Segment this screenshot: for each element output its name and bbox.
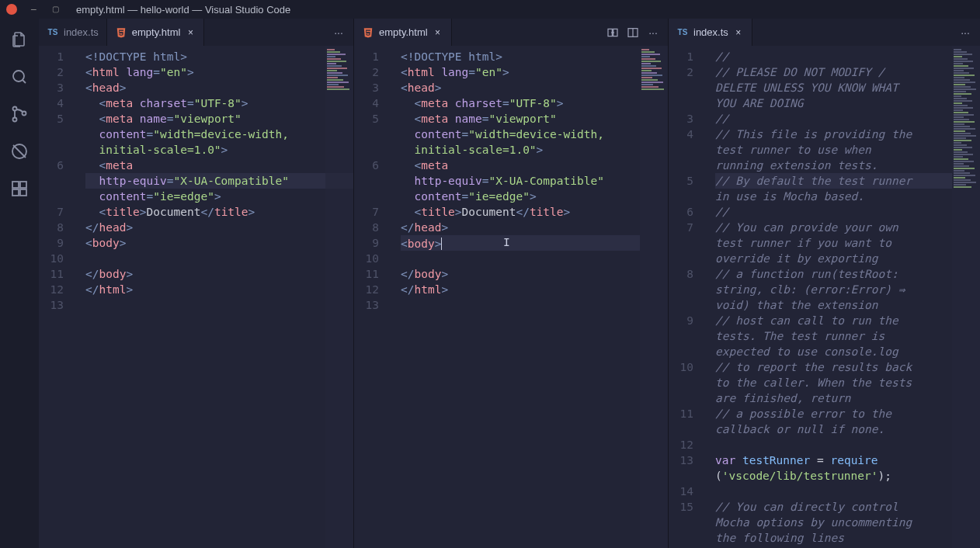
debug-icon[interactable]: [9, 141, 30, 161]
extensions-icon[interactable]: [9, 179, 30, 199]
code-line[interactable]: initial-scale=1.0">: [401, 142, 668, 158]
code-line[interactable]: <html lang="en">: [401, 64, 668, 80]
code-line[interactable]: content="ie=edge">: [401, 189, 668, 204]
code-line[interactable]: // You can provide your own: [715, 220, 980, 235]
code-line[interactable]: test runner if you want to: [715, 235, 980, 251]
code-line[interactable]: </body>: [85, 266, 353, 282]
split-editor-icon[interactable]: [626, 26, 640, 39]
code-line[interactable]: // By default the test runner: [715, 173, 952, 189]
code-line[interactable]: the following lines: [715, 530, 980, 546]
more-icon[interactable]: ···: [646, 26, 660, 39]
editor-body[interactable]: 123456789101112131415 //// PLEASE DO NOT…: [669, 46, 980, 548]
code-line[interactable]: <!DOCTYPE html>: [85, 49, 353, 64]
code-line[interactable]: content="width=device-width,: [85, 127, 353, 142]
line-number: 6: [354, 158, 379, 173]
minimap[interactable]: [325, 46, 353, 548]
code-line[interactable]: string, clb: (error:Error) ⇒: [715, 282, 980, 297]
code-line[interactable]: // a possible error to the: [715, 406, 980, 421]
search-icon[interactable]: [9, 67, 30, 87]
code-line[interactable]: </head>: [401, 220, 668, 235]
code-line[interactable]: //: [715, 204, 980, 220]
code-line[interactable]: <meta: [401, 158, 668, 173]
code-line[interactable]: Mocha options by uncommenting: [715, 515, 980, 530]
code-line[interactable]: <meta charset="UTF-8">: [85, 95, 353, 111]
code-line[interactable]: YOU ARE DOING: [715, 95, 980, 111]
code-line[interactable]: <body> I: [401, 235, 640, 251]
code-line[interactable]: initial-scale=1.0">: [85, 142, 353, 158]
code-line[interactable]: [715, 484, 980, 499]
line-number: [39, 173, 64, 189]
code-line[interactable]: // You can directly control: [715, 499, 980, 515]
minimap[interactable]: [952, 46, 980, 548]
code-line[interactable]: in use is Mocha based.: [715, 189, 980, 204]
code-line[interactable]: </body>: [401, 266, 668, 282]
code-line[interactable]: void) that the extension: [715, 297, 980, 313]
more-icon[interactable]: ···: [332, 26, 346, 39]
code-line[interactable]: // PLEASE DO NOT MODIFY /: [715, 64, 980, 80]
code-line[interactable]: // host can call to run the: [715, 313, 980, 328]
tab-index-ts[interactable]: TSindex.ts: [39, 19, 107, 46]
close-icon[interactable]: ×: [733, 27, 744, 38]
code-line[interactable]: //: [715, 49, 980, 64]
code-line[interactable]: // This file is providing the: [715, 127, 980, 142]
scm-icon[interactable]: [9, 104, 30, 124]
code-line[interactable]: [85, 251, 353, 266]
code-line[interactable]: </head>: [85, 220, 353, 235]
tab-empty-html[interactable]: empty.html×: [107, 19, 205, 46]
code-line[interactable]: tests. The test runner is: [715, 328, 980, 344]
code-line[interactable]: [401, 251, 668, 266]
code-line[interactable]: [401, 297, 668, 313]
line-number: 3: [354, 80, 379, 95]
code-line[interactable]: http-equiv="X-UA-Compatible": [401, 173, 668, 189]
code-line[interactable]: //: [715, 111, 980, 127]
code-line[interactable]: <body>: [85, 235, 353, 251]
code-line[interactable]: // a function run(testRoot:: [715, 266, 980, 282]
tab-empty-html[interactable]: empty.html×: [354, 19, 452, 46]
code-line[interactable]: <head>: [401, 80, 668, 95]
code-line[interactable]: <title>Document</title>: [401, 204, 668, 220]
code-line[interactable]: <meta name="viewport": [401, 111, 668, 127]
code-line[interactable]: running extension tests.: [715, 158, 980, 173]
explorer-icon[interactable]: [9, 29, 30, 50]
code-line[interactable]: <title>Document</title>: [85, 204, 353, 220]
editor-body[interactable]: 12345678910111213 <!DOCTYPE html><html l…: [39, 46, 353, 548]
code-line[interactable]: content="width=device-width,: [401, 127, 668, 142]
line-number: [669, 515, 693, 530]
code-line[interactable]: <!DOCTYPE html>: [401, 49, 668, 64]
code-line[interactable]: var testRunner = require: [715, 453, 980, 468]
code-line[interactable]: callback or null if none.: [715, 421, 980, 437]
code-line[interactable]: content="ie=edge">: [85, 189, 353, 204]
code-line[interactable]: [85, 297, 353, 313]
code-line[interactable]: DELETE UNLESS YOU KNOW WHAT: [715, 80, 980, 95]
code-line[interactable]: test runner to use when: [715, 142, 980, 158]
window-maximize-icon[interactable]: [50, 4, 61, 15]
line-number: 10: [354, 251, 379, 266]
code-line[interactable]: are finished, return: [715, 390, 980, 406]
code-line[interactable]: [715, 437, 980, 453]
code-line[interactable]: http-equiv="X-UA-Compatible": [85, 173, 353, 189]
close-icon[interactable]: ×: [433, 27, 443, 38]
more-icon[interactable]: ···: [958, 26, 972, 39]
code-line[interactable]: <meta: [85, 158, 353, 173]
line-number: 4: [39, 95, 64, 111]
code-line[interactable]: to the caller. When the tests: [715, 375, 980, 390]
close-icon[interactable]: ×: [185, 27, 196, 38]
code-line[interactable]: ('vscode/lib/testrunner');: [715, 468, 980, 484]
window-minimize-icon[interactable]: [28, 4, 39, 15]
editor-body[interactable]: 12345678910111213 <!DOCTYPE html><html l…: [354, 46, 668, 548]
code-line[interactable]: <meta name="viewport": [85, 111, 353, 127]
code-line[interactable]: <meta charset="UTF-8">: [401, 95, 668, 111]
line-number: 7: [669, 220, 693, 235]
tab-index-ts[interactable]: TSindex.ts×: [669, 19, 752, 46]
window-close-icon[interactable]: [6, 4, 17, 15]
code-line[interactable]: // to report the results back: [715, 359, 980, 375]
code-line[interactable]: <html lang="en">: [85, 64, 353, 80]
code-line[interactable]: </html>: [401, 282, 668, 297]
minimap[interactable]: [640, 46, 668, 548]
code-line[interactable]: <head>: [85, 80, 353, 95]
code-line[interactable]: expected to use console.log: [715, 344, 980, 359]
compare-icon[interactable]: [606, 26, 620, 39]
code-line[interactable]: </html>: [85, 282, 353, 297]
code-line[interactable]: override it by exporting: [715, 251, 980, 266]
tab-label: index.ts: [693, 26, 728, 38]
